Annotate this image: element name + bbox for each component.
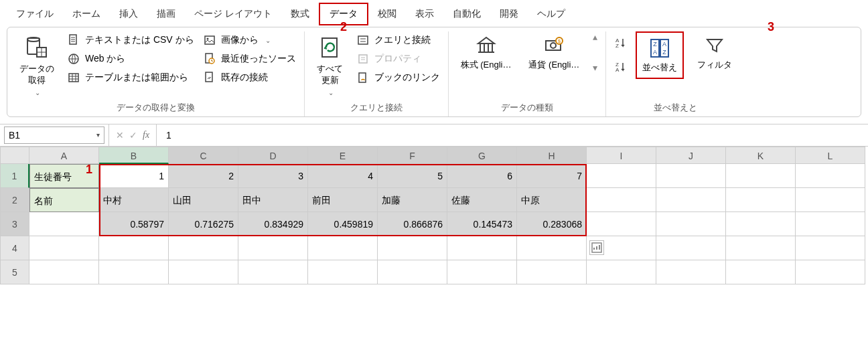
cell-d4[interactable]: [238, 236, 308, 260]
scroll-up-icon[interactable]: ▴: [593, 31, 597, 42]
cell-j2[interactable]: [656, 188, 726, 212]
cell-l4[interactable]: [796, 236, 865, 260]
chevron-down-icon[interactable]: ▾: [96, 131, 100, 139]
cell-i1[interactable]: [587, 164, 656, 188]
cell-e2[interactable]: 前田: [308, 188, 378, 212]
col-header-l[interactable]: L: [796, 147, 865, 164]
row-header-5[interactable]: 5: [0, 260, 29, 284]
name-box[interactable]: B1 ▾: [4, 126, 104, 144]
cell-j4[interactable]: [656, 236, 726, 260]
cell-i3[interactable]: [587, 212, 656, 236]
queries-connections-button[interactable]: クエリと接続: [357, 34, 440, 46]
cell-g5[interactable]: [447, 260, 517, 284]
cell-e3[interactable]: 0.459819: [308, 212, 378, 236]
get-data-button[interactable]: データの 取得 ⌄: [15, 31, 58, 99]
col-header-j[interactable]: J: [656, 147, 726, 164]
cell-b5[interactable]: [99, 260, 169, 284]
cell-b1[interactable]: 1: [99, 164, 169, 188]
cell-e4[interactable]: [308, 236, 378, 260]
cell-k1[interactable]: [726, 164, 796, 188]
cell-g4[interactable]: [447, 236, 517, 260]
cell-d3[interactable]: 0.834929: [238, 212, 308, 236]
menu-formulas[interactable]: 数式: [281, 4, 319, 24]
cell-a2[interactable]: 名前: [29, 188, 99, 212]
refresh-all-button[interactable]: すべて 更新 ⌄: [313, 31, 348, 99]
stocks-type-button[interactable]: 株式 (Engli…: [457, 31, 516, 74]
row-header-2[interactable]: 2: [0, 188, 29, 212]
menu-view[interactable]: 表示: [406, 4, 443, 24]
quick-analysis-button[interactable]: [589, 240, 604, 255]
cell-h5[interactable]: [517, 260, 587, 284]
cell-j1[interactable]: [656, 164, 726, 188]
cell-k2[interactable]: [726, 188, 796, 212]
col-header-h[interactable]: H: [517, 147, 587, 164]
cell-f3[interactable]: 0.866876: [378, 212, 447, 236]
cell-c5[interactable]: [169, 260, 238, 284]
col-header-b[interactable]: B: [99, 147, 169, 164]
cell-k3[interactable]: [726, 212, 796, 236]
col-header-i[interactable]: I: [587, 147, 656, 164]
cell-l2[interactable]: [796, 188, 865, 212]
cell-h1[interactable]: 7: [517, 164, 587, 188]
cell-l1[interactable]: [796, 164, 865, 188]
cell-l3[interactable]: [796, 212, 865, 236]
cell-c4[interactable]: [169, 236, 238, 260]
menu-home[interactable]: ホーム: [63, 4, 110, 24]
cell-b3[interactable]: 0.58797: [99, 212, 169, 236]
from-table-range-button[interactable]: テーブルまたは範囲から: [68, 72, 194, 84]
menu-page-layout[interactable]: ページ レイアウト: [185, 4, 281, 24]
from-web-button[interactable]: Web から: [68, 53, 194, 65]
currency-type-button[interactable]: $ 通貨 (Engli…: [524, 31, 583, 74]
cell-j5[interactable]: [656, 260, 726, 284]
cell-g2[interactable]: 佐藤: [447, 188, 517, 212]
menu-file[interactable]: ファイル: [7, 4, 63, 24]
row-header-3[interactable]: 3: [0, 212, 29, 236]
from-text-csv-button[interactable]: テキストまたは CSV から: [68, 34, 194, 46]
cell-a3[interactable]: [29, 212, 99, 236]
cell-g1[interactable]: 6: [447, 164, 517, 188]
cell-h3[interactable]: 0.283068: [517, 212, 587, 236]
menu-developer[interactable]: 開発: [490, 4, 528, 24]
menu-review[interactable]: 校閲: [368, 4, 406, 24]
col-header-e[interactable]: E: [308, 147, 378, 164]
existing-connections-button[interactable]: 既存の接続: [204, 72, 296, 84]
col-header-c[interactable]: C: [169, 147, 238, 164]
cancel-formula-icon[interactable]: ✕: [116, 130, 124, 141]
sort-desc-button[interactable]: ZA: [614, 61, 626, 73]
row-header-1[interactable]: 1: [0, 164, 29, 188]
fx-icon[interactable]: fx: [143, 130, 149, 141]
cell-e1[interactable]: 4: [308, 164, 378, 188]
from-image-button[interactable]: 画像から ⌄: [204, 34, 296, 46]
cell-f2[interactable]: 加藤: [378, 188, 447, 212]
menu-insert[interactable]: 挿入: [110, 4, 147, 24]
col-header-f[interactable]: F: [378, 147, 447, 164]
menu-automate[interactable]: 自動化: [443, 4, 490, 24]
accept-formula-icon[interactable]: ✓: [129, 130, 137, 141]
cell-b4[interactable]: [99, 236, 169, 260]
col-header-g[interactable]: G: [447, 147, 517, 164]
cell-a5[interactable]: [29, 260, 99, 284]
cell-d5[interactable]: [238, 260, 308, 284]
cell-i5[interactable]: [587, 260, 656, 284]
cell-a4[interactable]: [29, 236, 99, 260]
cell-h2[interactable]: 中原: [517, 188, 587, 212]
cell-b2[interactable]: 中村: [99, 188, 169, 212]
cell-d2[interactable]: 田中: [238, 188, 308, 212]
menu-draw[interactable]: 描画: [147, 4, 185, 24]
cell-f1[interactable]: 5: [378, 164, 447, 188]
col-header-k[interactable]: K: [726, 147, 796, 164]
cell-j3[interactable]: [656, 212, 726, 236]
cell-c1[interactable]: 2: [169, 164, 238, 188]
cell-f4[interactable]: [378, 236, 447, 260]
cell-d1[interactable]: 3: [238, 164, 308, 188]
cell-l5[interactable]: [796, 260, 865, 284]
sort-asc-button[interactable]: AZ: [614, 37, 626, 49]
col-header-a[interactable]: A: [29, 147, 99, 164]
cell-f5[interactable]: [378, 260, 447, 284]
formula-bar[interactable]: 1: [157, 130, 868, 141]
row-header-4[interactable]: 4: [0, 236, 29, 260]
cell-e5[interactable]: [308, 260, 378, 284]
col-header-d[interactable]: D: [238, 147, 308, 164]
filter-button[interactable]: フィルタ: [693, 31, 736, 74]
cell-h4[interactable]: [517, 236, 587, 260]
